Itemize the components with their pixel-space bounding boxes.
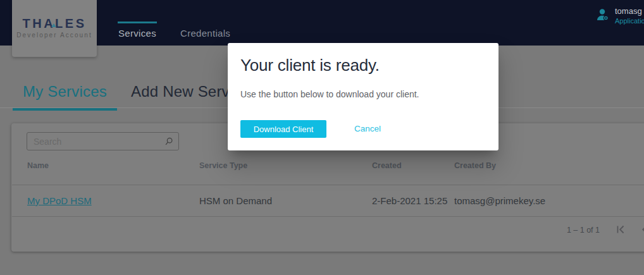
search-box <box>27 132 179 150</box>
column-header-created: Created <box>372 161 402 170</box>
column-header-service-type: Service Type <box>199 161 247 170</box>
created-cell: 2-Feb-2021 15:25 <box>372 195 447 206</box>
search-input[interactable] <box>27 133 178 150</box>
thales-triangle-accent-icon <box>51 23 56 27</box>
client-ready-dialog: Your client is ready. Use the button bel… <box>228 43 498 150</box>
pagination-range-label: 1 – 1 of 1 <box>511 226 600 235</box>
active-nav-indicator <box>118 21 157 23</box>
column-header-name: Name <box>27 161 49 170</box>
nav-item-credentials[interactable]: Credentials <box>180 0 227 46</box>
service-type-cell: HSM on Demand <box>199 195 272 206</box>
first-page-icon[interactable] <box>614 223 628 236</box>
app-window: Services Credentials tomasg Application … <box>0 0 644 275</box>
table-divider <box>12 216 644 217</box>
service-name-link[interactable]: My DPoD HSM <box>27 195 92 206</box>
nav-item-label: Credentials <box>180 28 227 39</box>
previous-page-icon[interactable] <box>638 223 644 236</box>
created-by-cell: tomasg@primekey.se <box>454 195 545 206</box>
column-header-created-by: Created By <box>454 161 496 170</box>
search-icon <box>163 136 175 147</box>
user-menu[interactable]: tomasg Application Owner <box>595 5 644 30</box>
dialog-message: Use the button below to download your cl… <box>240 89 419 99</box>
tab-my-services[interactable]: My Services <box>13 77 117 108</box>
nav-item-services[interactable]: Services <box>118 0 157 46</box>
user-badge-icon <box>595 7 610 22</box>
download-client-button[interactable]: Download Client <box>240 120 326 138</box>
cancel-button[interactable]: Cancel <box>354 120 381 138</box>
active-tab-underline <box>13 108 117 111</box>
brand-subtitle: Developer Account <box>12 32 97 39</box>
table-divider <box>12 185 644 185</box>
user-name: tomasg <box>615 6 642 16</box>
user-role: Application Owner <box>615 17 644 25</box>
brand-logo-card: THALES Developer Account <box>12 0 97 57</box>
dialog-title: Your client is ready. <box>240 56 380 75</box>
nav-item-label: Services <box>118 28 157 39</box>
